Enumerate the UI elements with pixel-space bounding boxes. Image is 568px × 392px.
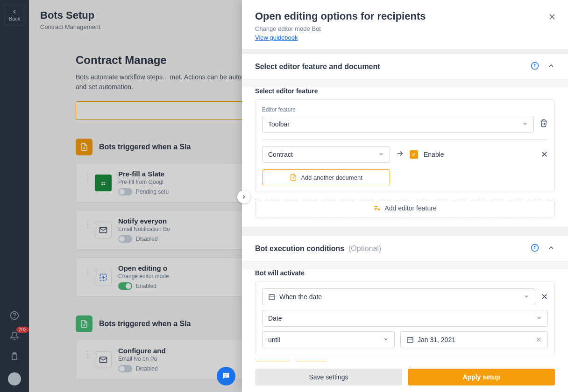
svg-point-17 bbox=[534, 64, 535, 65]
apply-setup-button[interactable]: Apply setup bbox=[408, 369, 555, 385]
chat-button[interactable] bbox=[217, 367, 235, 385]
trigger-select[interactable]: When the date bbox=[262, 288, 535, 305]
subsection-title: Select editor feature bbox=[255, 87, 555, 95]
close-panel-button[interactable] bbox=[547, 12, 557, 23]
accordion-title: Bot execution conditions (Optional) bbox=[255, 245, 381, 253]
select-value: Toolbar bbox=[268, 120, 290, 128]
panel-title: Open editing options for recipients bbox=[255, 10, 555, 22]
document-plus-icon bbox=[290, 174, 297, 181]
chevron-up-icon[interactable] bbox=[547, 62, 555, 71]
chevron-down-icon bbox=[522, 120, 528, 128]
enable-checkbox[interactable]: ✓ bbox=[410, 150, 418, 159]
field-label: Editor feature bbox=[262, 106, 548, 113]
select-value: until bbox=[268, 336, 280, 343]
save-settings-button[interactable]: Save settings bbox=[255, 369, 402, 385]
calendar-icon bbox=[406, 336, 414, 343]
select-value: Date bbox=[268, 315, 282, 322]
arrow-right-icon bbox=[396, 149, 404, 160]
chevron-right-icon bbox=[241, 194, 247, 200]
close-icon bbox=[547, 12, 557, 21]
select-value: Contract bbox=[268, 151, 293, 158]
optional-label: (Optional) bbox=[348, 245, 381, 252]
subsection-title: Bot will activate bbox=[255, 269, 555, 277]
chat-icon bbox=[221, 371, 231, 381]
view-guidebook-link[interactable]: View guidebook bbox=[255, 34, 298, 41]
accordion-title: Select editor feature and document bbox=[255, 63, 380, 71]
chevron-up-icon[interactable] bbox=[547, 244, 555, 253]
delete-feature-button[interactable] bbox=[540, 119, 548, 129]
collapse-panel-button[interactable] bbox=[237, 190, 250, 203]
enable-label: Enable bbox=[424, 151, 444, 158]
field-select[interactable]: Date bbox=[262, 310, 548, 327]
panel-subtitle: Change editor mode Bot bbox=[255, 25, 555, 32]
trash-icon bbox=[540, 119, 548, 127]
remove-condition-button[interactable]: ✕ bbox=[541, 292, 548, 302]
bot-config-panel: Open editing options for recipients Chan… bbox=[242, 0, 568, 392]
remove-document-button[interactable]: ✕ bbox=[541, 149, 548, 160]
accordion-header-conditions[interactable]: Bot execution conditions (Optional) bbox=[242, 236, 568, 262]
add-document-button[interactable]: Add another document bbox=[262, 169, 390, 185]
list-plus-icon bbox=[373, 204, 381, 212]
add-editor-feature-button[interactable]: Add editor feature bbox=[255, 199, 555, 217]
info-icon[interactable] bbox=[531, 62, 539, 72]
button-label: Add editor feature bbox=[384, 204, 436, 212]
select-value: When the date bbox=[279, 293, 322, 301]
date-value: Jan 31, 2021 bbox=[418, 336, 455, 343]
svg-rect-33 bbox=[407, 337, 413, 343]
chevron-down-icon bbox=[536, 315, 542, 322]
chevron-down-icon bbox=[524, 293, 529, 301]
document-select[interactable]: Contract bbox=[262, 146, 390, 163]
svg-point-28 bbox=[534, 246, 535, 247]
clear-date-button[interactable]: ✕ bbox=[536, 336, 542, 344]
info-icon[interactable] bbox=[531, 244, 539, 254]
calendar-icon bbox=[268, 293, 276, 301]
accordion-header-editor-feature[interactable]: Select editor feature and document bbox=[242, 54, 568, 80]
svg-rect-29 bbox=[269, 294, 275, 300]
chevron-down-icon bbox=[383, 336, 389, 343]
chevron-down-icon bbox=[378, 151, 384, 158]
svg-rect-12 bbox=[225, 376, 227, 376]
svg-rect-11 bbox=[225, 375, 228, 375]
button-label: Add another document bbox=[301, 174, 362, 181]
date-input[interactable]: Jan 31, 2021 ✕ bbox=[400, 331, 548, 348]
editor-feature-select[interactable]: Toolbar bbox=[262, 116, 534, 133]
operator-select[interactable]: until bbox=[262, 331, 395, 348]
